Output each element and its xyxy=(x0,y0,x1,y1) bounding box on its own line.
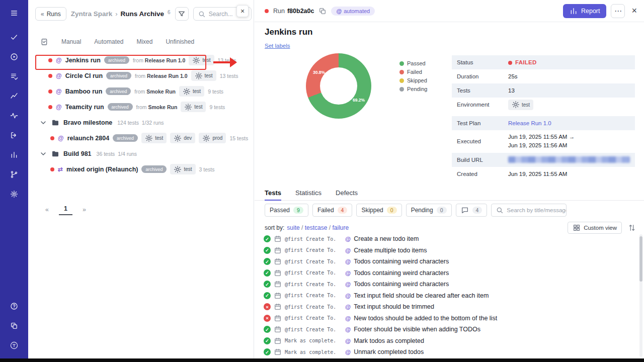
test-list-icon[interactable] xyxy=(3,66,25,86)
build-url-redacted-link[interactable] xyxy=(508,156,630,163)
test-row[interactable]: ✓@first Create To...@Todos containing we… xyxy=(264,256,638,267)
report-button[interactable]: Report xyxy=(563,4,607,18)
filter-pending-button[interactable]: Pending0 xyxy=(406,204,452,217)
filter-failed-button[interactable]: Failed4 xyxy=(312,204,353,217)
test-row[interactable]: ✓Mark as complete...@Mark todos as compl… xyxy=(264,335,638,347)
next-page-button[interactable]: » xyxy=(79,205,89,214)
run-list-item[interactable]: ⇄mixed origin (Relaunch)archivedtest3 te… xyxy=(28,161,254,177)
test-row[interactable]: ×@first Create To...@New todos should be… xyxy=(264,313,638,324)
run-list-item[interactable]: @Jenkins runarchivedfrom Release Run 1.0… xyxy=(28,52,254,68)
tests-search-placeholder: Search by title/message xyxy=(507,207,567,213)
branch-icon[interactable] xyxy=(3,164,25,184)
pulse-activity-icon[interactable] xyxy=(3,106,25,125)
info-row: Environmenttest xyxy=(452,98,635,112)
test-row[interactable]: ×@first Create To...@Text input should b… xyxy=(264,301,638,313)
back-to-runs-button[interactable]: « Runs xyxy=(35,7,66,21)
filter-skipped-button[interactable]: Skipped0 xyxy=(356,204,401,217)
app-root: « Runs Zyntra Spark › Runs Archive 6 Sea… xyxy=(0,0,644,362)
logo-t-icon[interactable] xyxy=(3,335,25,355)
tests-search-input[interactable]: Search by title/message xyxy=(491,204,567,217)
test-title[interactable]: New todos should be added to the bottom … xyxy=(354,315,497,322)
folder-item[interactable]: Build 98136 tests 1/4 runs xyxy=(28,146,254,161)
test-row[interactable]: ✓@first Create To...@Footer should be vi… xyxy=(264,324,638,335)
gear-icon xyxy=(195,72,203,80)
run-type-tab-mixed[interactable]: Mixed xyxy=(136,38,152,45)
filter-label: Pending xyxy=(411,207,433,214)
info-value: 25s xyxy=(508,73,635,79)
legend-item: Failed xyxy=(399,69,427,75)
chevron-down-icon[interactable] xyxy=(39,150,47,158)
set-labels-link[interactable]: Set labels xyxy=(265,43,290,49)
close-detail-button[interactable]: × xyxy=(631,6,637,16)
test-title[interactable]: Create multiple todo items xyxy=(354,247,427,254)
run-list-item[interactable]: @Circle CI runarchivedfrom Release Run 1… xyxy=(28,68,254,83)
filter-label: Skipped xyxy=(361,207,383,214)
sort-by-label: sort by: xyxy=(265,224,284,231)
sort-by-failure-link[interactable]: failure xyxy=(332,224,349,231)
failed-dot xyxy=(508,61,512,65)
chevron-down-icon[interactable] xyxy=(39,119,47,127)
sort-direction-icon[interactable] xyxy=(628,224,636,232)
help-icon[interactable] xyxy=(3,296,25,316)
prev-page-button[interactable]: « xyxy=(42,205,52,214)
import-export-icon[interactable] xyxy=(3,125,25,145)
menu-icon[interactable] xyxy=(3,3,25,23)
test-plan-link[interactable]: Release Run 1.0 xyxy=(508,120,551,126)
test-title[interactable]: Todos containing weird characters xyxy=(354,258,449,265)
more-options-button[interactable]: ⋯ xyxy=(611,4,625,18)
env-tag: test xyxy=(170,164,195,174)
folder-item[interactable]: Bravo milestone124 tests 1/32 runs xyxy=(28,115,254,130)
breadcrumb-project[interactable]: Zyntra Spark xyxy=(71,10,113,18)
test-row[interactable]: ✓@first Create To...@Todos containing we… xyxy=(264,267,638,279)
automated-icon: @ xyxy=(345,304,351,310)
test-title[interactable]: Mark todos as completed xyxy=(354,337,424,344)
info-label: Build URL xyxy=(452,157,508,163)
sort-by-testcase-link[interactable]: testcase xyxy=(305,224,328,231)
gear-icon xyxy=(512,101,520,109)
test-title[interactable]: Footer should be visible when adding TOD… xyxy=(354,326,480,333)
test-row[interactable]: ✓@first Create To...@Text input field sh… xyxy=(264,290,638,302)
tab-statistics[interactable]: Statistics xyxy=(295,186,321,200)
test-row[interactable]: ✓@first Create To...@Todos containing we… xyxy=(264,279,638,290)
run-type-tab-unfinished[interactable]: Unfinished xyxy=(166,38,194,45)
current-page[interactable]: 1 xyxy=(59,204,72,215)
test-title[interactable]: Text input field should be cleared after… xyxy=(354,292,489,299)
test-title[interactable]: Todos containing weird characters xyxy=(354,281,449,288)
automated-icon: @ xyxy=(56,72,62,79)
runs-play-icon[interactable] xyxy=(3,47,25,66)
test-title[interactable]: Create a new todo item xyxy=(354,235,419,242)
run-info-table: StatusFAILEDDuration25sTests13Environmen… xyxy=(452,55,635,181)
tab-defects[interactable]: Defects xyxy=(336,186,358,200)
gear-icon xyxy=(174,165,182,173)
test-title[interactable]: Todos containing weird characters xyxy=(354,269,449,277)
test-row[interactable]: ✓Mark as complete...@Unmark completed to… xyxy=(264,346,638,358)
reports-bar-chart-icon[interactable] xyxy=(3,145,25,164)
settings-gear-icon[interactable] xyxy=(3,184,25,204)
test-row[interactable]: ✓@first Create To...@Create multiple tod… xyxy=(264,245,638,256)
tab-tests[interactable]: Tests xyxy=(265,186,281,200)
info-value: test xyxy=(508,100,635,110)
failed-status-dot xyxy=(48,89,52,94)
test-row[interactable]: ✓@first Create To...@Create a new todo i… xyxy=(264,233,638,245)
run-type-tab-automated[interactable]: Automated xyxy=(94,38,123,45)
analytics-chart-icon[interactable] xyxy=(3,86,25,106)
comments-filter-button[interactable]: 4 xyxy=(456,204,488,217)
run-type-tab-manual[interactable]: Manual xyxy=(61,38,81,45)
projects-copy-icon[interactable] xyxy=(3,316,25,335)
filter-button[interactable] xyxy=(175,7,189,21)
close-search-button[interactable]: × xyxy=(236,5,249,17)
automated-icon: @ xyxy=(345,338,351,344)
test-title[interactable]: Unmark completed todos xyxy=(354,348,424,355)
run-list-item[interactable]: @Bamboo runarchivedfrom Smoke Runtest9 t… xyxy=(28,83,254,99)
test-title[interactable]: Text input should be trimmed xyxy=(354,303,434,310)
copy-run-id-icon[interactable] xyxy=(318,7,327,15)
scrollbar-thumb[interactable] xyxy=(639,236,642,282)
automated-icon: @ xyxy=(345,349,351,355)
tasks-check-icon[interactable] xyxy=(3,27,25,47)
failed-status-dot xyxy=(50,136,54,140)
run-list-item[interactable]: @Teamcity runarchivedfrom Smoke Runtest9… xyxy=(28,99,254,115)
run-list-item[interactable]: @relaunch 2804archivedtestdevprod15 test… xyxy=(28,130,254,146)
filter-passed-button[interactable]: Passed9 xyxy=(265,204,308,217)
custom-view-button[interactable]: Custom view xyxy=(568,222,622,234)
sort-by-suite-link[interactable]: suite xyxy=(287,224,299,231)
